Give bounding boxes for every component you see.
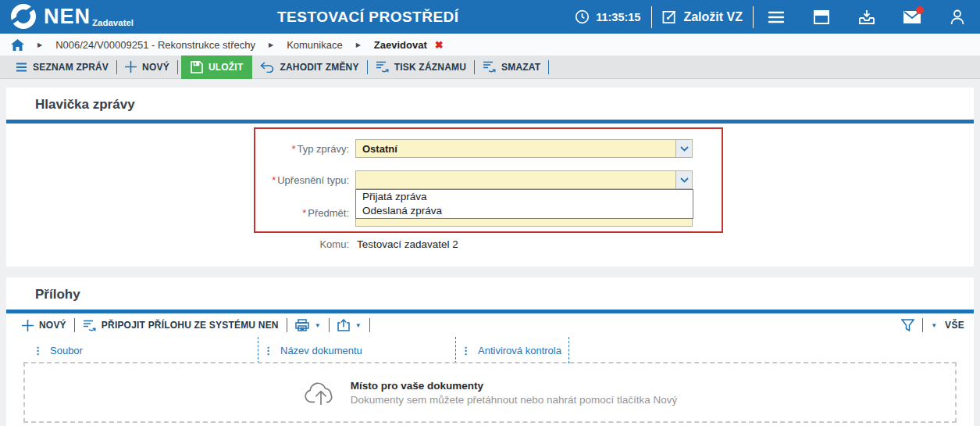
zahodit-zmeny-button[interactable]: ZAHODIT ZMĚNY xyxy=(252,55,366,79)
required-marker: * xyxy=(291,143,295,155)
create-vz-button[interactable]: Založit VZ xyxy=(652,0,753,34)
app-header: NEN Zadavatel TESTOVACÍ PROSTŘEDÍ 11:35:… xyxy=(0,0,980,34)
ulozit-label: ULOŽIT xyxy=(208,62,244,73)
attach-from-nen-label: PŘIPOJIT PŘÍLOHU ZE SYSTÉMU NEN xyxy=(102,320,279,331)
column-separator xyxy=(455,337,456,363)
printer-icon xyxy=(295,319,309,331)
inbox-icon xyxy=(859,9,875,24)
seznam-zprav-label: SEZNAM ZPRÁV xyxy=(33,62,109,73)
kebab-icon[interactable]: ⋮ xyxy=(461,345,471,356)
caret-down-icon[interactable]: ▼ xyxy=(931,322,937,329)
logo-text: NEN xyxy=(44,2,91,30)
typ-zpravy-dropdown-button[interactable] xyxy=(675,140,692,157)
caret-down-icon: ▼ xyxy=(315,322,321,329)
breadcrumb-separator-icon: ▶ xyxy=(269,41,273,48)
column-header-nazev[interactable]: ⋮ Název dokumentu xyxy=(263,337,362,363)
kebab-icon[interactable]: ⋮ xyxy=(263,345,273,356)
komu-label: Komu: xyxy=(255,238,349,250)
vse-filter-label[interactable]: VŠE xyxy=(945,320,964,331)
profile-button[interactable] xyxy=(935,0,980,34)
ulozit-button[interactable]: ULOŽIT xyxy=(181,55,253,79)
nen-logo[interactable]: NEN Zadavatel xyxy=(9,2,134,30)
nen-logo-icon xyxy=(9,2,37,30)
tisk-zaznamu-label: TISK ZÁZNAMU xyxy=(394,62,466,73)
column-label-nazev: Název dokumentu xyxy=(280,345,362,356)
typ-zpravy-select[interactable]: Ostatní xyxy=(355,139,693,158)
dropzone-title: Místo pro vaše dokumenty xyxy=(351,380,678,392)
breadcrumb-item-zaevidovat[interactable]: Zaevidovat xyxy=(374,39,427,51)
breadcrumb-item-procurement[interactable]: N006/24/V00009251 - Rekonstrukce střechy xyxy=(55,39,255,51)
zahodit-zmeny-label: ZAHODIT ZMĚNY xyxy=(280,62,358,73)
message-header-section: Hlavička zprávy *Typ zprávy: Ostatní *Up… xyxy=(6,88,974,267)
toolbar-separator xyxy=(922,318,923,332)
environment-title: TESTOVACÍ PROSTŘEDÍ xyxy=(277,0,459,34)
plus-icon xyxy=(22,320,34,331)
attachments-grid-header: ⋮ Soubor ⋮ Název dokumentu ⋮ Antivirová … xyxy=(6,337,974,363)
message-header-form: *Typ zprávy: Ostatní *Upřesnění typu: *P… xyxy=(6,124,974,267)
chevron-down-icon xyxy=(680,146,689,152)
save-icon xyxy=(191,61,203,73)
toolbar-separator xyxy=(548,60,549,74)
seznam-zprav-button[interactable]: SEZNAM ZPRÁV xyxy=(8,55,116,79)
filter-icon[interactable] xyxy=(901,319,914,331)
chevron-down-icon xyxy=(680,177,689,183)
attachments-toolbar: NOVÝ PŘIPOJIT PŘÍLOHU ZE SYSTÉMU NEN ▼ ▼ xyxy=(6,313,974,337)
dropdown-option-odeslana[interactable]: Odeslaná zpráva xyxy=(356,204,693,218)
caret-down-icon: ▼ xyxy=(355,322,362,329)
upresneni-typu-dropdown-list: Přijatá zpráva Odeslaná zpráva xyxy=(355,189,693,219)
column-label-antivir: Antivirová kontrola xyxy=(478,345,561,356)
upresneni-typu-select[interactable] xyxy=(355,170,693,189)
document-dropzone[interactable]: Místo pro vaše dokumenty Dokumenty sem m… xyxy=(23,362,957,423)
dropdown-option-prijata[interactable]: Přijatá zpráva xyxy=(356,190,693,204)
calendar-button[interactable] xyxy=(799,0,844,34)
create-vz-label: Založit VZ xyxy=(683,10,743,24)
kebab-icon[interactable]: ⋮ xyxy=(33,345,43,356)
messages-button[interactable] xyxy=(889,0,935,34)
section-title-hlavicka: Hlavička zprávy xyxy=(6,88,974,120)
notification-badge xyxy=(916,6,924,14)
column-header-antivir[interactable]: ⋮ Antivirová kontrola xyxy=(461,337,561,363)
dropzone-subtitle: Dokumenty sem můžete přetáhnout nebo nah… xyxy=(351,394,678,406)
undo-icon xyxy=(260,62,274,73)
upresneni-typu-label: *Upřesnění typu: xyxy=(255,174,349,186)
attachment-novy-label: NOVÝ xyxy=(39,320,66,331)
breadcrumb-item-komunikace[interactable]: Komunikace xyxy=(287,39,343,51)
delete-record-icon xyxy=(483,61,496,73)
clock: 11:35:15 xyxy=(575,9,651,24)
column-label-soubor: Soubor xyxy=(50,345,83,356)
column-separator xyxy=(258,337,258,363)
logo-subtitle: Zadavatel xyxy=(92,18,134,27)
toolbar-separator xyxy=(177,60,178,74)
cloud-upload-icon xyxy=(303,378,339,407)
required-marker: * xyxy=(302,207,306,219)
export-icon xyxy=(337,319,350,331)
print-menu-button[interactable]: ▼ xyxy=(287,313,329,337)
close-tab-icon[interactable]: ✖ xyxy=(435,39,444,51)
main-toolbar: SEZNAM ZPRÁV NOVÝ ULOŽIT ZAHODIT ZMĚNY T… xyxy=(0,55,980,79)
attach-record-icon xyxy=(83,320,96,331)
menu-button[interactable] xyxy=(754,0,799,34)
print-record-icon xyxy=(376,61,389,73)
attachment-novy-button[interactable]: NOVÝ xyxy=(14,313,74,337)
predmet-label: *Předmět: xyxy=(255,207,349,219)
list-icon xyxy=(16,63,27,72)
current-time: 11:35:15 xyxy=(596,11,640,23)
breadcrumb-separator-icon: ▶ xyxy=(356,41,361,48)
calendar-grid-icon xyxy=(814,10,829,24)
column-separator xyxy=(568,337,569,363)
attach-from-nen-button[interactable]: PŘIPOJIT PŘÍLOHU ZE SYSTÉMU NEN xyxy=(75,313,287,337)
inbox-button[interactable] xyxy=(844,0,889,34)
novy-button[interactable]: NOVÝ xyxy=(117,55,177,79)
smazat-button[interactable]: SMAZAT xyxy=(475,55,548,79)
column-header-soubor[interactable]: ⋮ Soubor xyxy=(33,337,83,363)
tisk-zaznamu-button[interactable]: TISK ZÁZNAMU xyxy=(368,55,474,79)
breadcrumb-separator-icon: ▶ xyxy=(37,41,42,48)
typ-zpravy-label: *Typ zprávy: xyxy=(255,143,349,155)
export-menu-button[interactable]: ▼ xyxy=(330,313,369,337)
plus-icon xyxy=(125,61,137,73)
upresneni-typu-dropdown-button[interactable] xyxy=(675,171,692,188)
breadcrumb: ▶ N006/24/V00009251 - Rekonstrukce střec… xyxy=(0,34,980,55)
home-icon[interactable] xyxy=(11,39,24,51)
typ-zpravy-value: Ostatní xyxy=(356,143,675,155)
hamburger-icon xyxy=(768,11,785,23)
